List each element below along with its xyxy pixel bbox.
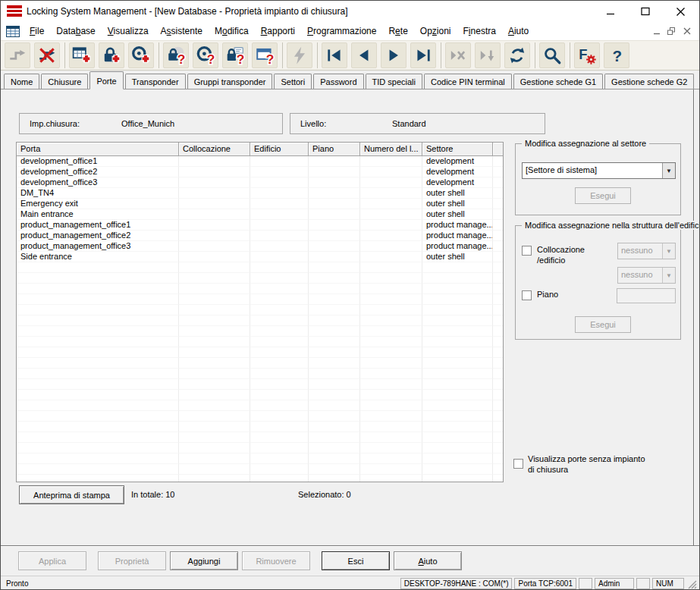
- cell-piano: [309, 400, 360, 411]
- tab-codice-pin-terminal[interactable]: Codice PIN terminal: [424, 74, 512, 89]
- sector-select[interactable]: [Settore di sistema] ▼: [522, 162, 676, 179]
- close-button[interactable]: [663, 1, 698, 22]
- menu-file[interactable]: File: [24, 24, 50, 39]
- table-row[interactable]: development_office2development: [17, 167, 503, 177]
- location-building-checkbox[interactable]: [522, 246, 532, 256]
- table-row[interactable]: development_office1development: [17, 156, 503, 167]
- table-row[interactable]: development_office3development: [17, 177, 503, 188]
- cell-piano: [309, 252, 360, 262]
- chevron-down-icon[interactable]: ▼: [662, 163, 675, 178]
- toolbar-search-button[interactable]: [539, 42, 565, 68]
- column-header-filler: [493, 143, 503, 156]
- floor-checkbox[interactable]: [522, 290, 532, 300]
- cell-edificio: [250, 453, 309, 464]
- tab-porte[interactable]: Porte: [89, 71, 123, 89]
- cell-filler: [493, 443, 503, 453]
- column-header-piano[interactable]: Piano: [309, 143, 360, 156]
- toolbar-new-locking-system-button[interactable]: [69, 42, 95, 68]
- toolbar-previous-record-button[interactable]: [351, 42, 377, 68]
- building-assignment-group: Modifica assegnazione nella struttura de…: [515, 225, 681, 340]
- tab-chiusure[interactable]: Chiusure: [41, 74, 88, 89]
- tab-transponder[interactable]: Transponder: [125, 74, 186, 89]
- mdi-restore-button[interactable]: [665, 26, 678, 37]
- resize-grip[interactable]: [686, 578, 698, 590]
- column-header-numero-del-l[interactable]: Numero del l...: [360, 143, 422, 156]
- menu-aiuto[interactable]: Aiuto: [502, 24, 535, 39]
- toolbar-filter-settings-button[interactable]: F: [574, 42, 600, 68]
- cell-edificio: [250, 326, 309, 337]
- search-icon: [542, 46, 562, 65]
- tab-settori[interactable]: Settori: [274, 74, 312, 89]
- exit-button[interactable]: Esci: [322, 551, 390, 570]
- menu-visualizza[interactable]: Visualizza: [102, 24, 155, 39]
- help-button[interactable]: Aiuto: [394, 551, 462, 570]
- menu-rapporti[interactable]: Rapporti: [255, 24, 301, 39]
- cell-filler: [493, 305, 503, 315]
- cell-settore: [422, 411, 493, 422]
- table-row[interactable]: Side entranceouter shell: [17, 252, 503, 262]
- tab-password[interactable]: Password: [313, 74, 363, 89]
- menu-database[interactable]: Database: [50, 24, 101, 39]
- menu-rete[interactable]: Rete: [382, 24, 413, 39]
- level-value: Standard: [392, 119, 426, 128]
- toolbar-read-lock-g2-button[interactable]: ?: [222, 42, 248, 68]
- table-row[interactable]: DM_TN4outer shell: [17, 188, 503, 199]
- toolbar-new-lock-button[interactable]: [99, 42, 124, 68]
- cell-filler: [493, 390, 503, 400]
- column-header-porta[interactable]: Porta: [17, 143, 179, 156]
- menu-assistente[interactable]: Assistente: [155, 24, 209, 39]
- cell-settore: development: [422, 167, 493, 177]
- toolbar-last-record-button[interactable]: [410, 42, 436, 68]
- menu-modifica[interactable]: Modifica: [209, 24, 255, 39]
- cell-piano: [309, 453, 360, 464]
- menu-programmazione[interactable]: Programmazione: [301, 24, 382, 39]
- cell-collocazione: [179, 167, 250, 177]
- table-empty-row: [17, 305, 503, 315]
- cell-porta: [17, 273, 179, 284]
- toolbar-read-transponder-button[interactable]: ?: [193, 42, 218, 68]
- toolbar-read-network-button[interactable]: ?: [252, 42, 278, 68]
- cell-numero-del-l: [360, 464, 422, 475]
- show-doors-label-line1: Visualizza porte senza impianto: [528, 454, 645, 463]
- toolbar-next-record-button[interactable]: [381, 42, 407, 68]
- cell-numero-del-l: [360, 453, 422, 464]
- tab-gruppi-transponder[interactable]: Gruppi transponder: [187, 74, 273, 89]
- table-row[interactable]: product_management_office3product manage…: [17, 241, 503, 252]
- menu-opzioni[interactable]: Opzioni: [414, 24, 457, 39]
- mdi-close-button[interactable]: [680, 26, 693, 37]
- title-bar[interactable]: Locking System Management - [New Databas…: [1, 1, 699, 22]
- table-row[interactable]: Emergency exitouter shell: [17, 199, 503, 209]
- cell-numero-del-l: [360, 475, 422, 482]
- tab-gestione-schede-g1[interactable]: Gestione schede G1: [513, 74, 603, 89]
- table-row[interactable]: Main entranceouter shell: [17, 209, 503, 220]
- toolbar-new-transponder-button[interactable]: [128, 42, 154, 68]
- column-header-settore[interactable]: Settore: [422, 143, 493, 156]
- sector-group-title: Modifica assegnazione al settore: [522, 139, 649, 148]
- toolbar-help-button[interactable]: ?: [604, 42, 629, 68]
- maximize-button[interactable]: [628, 1, 663, 22]
- tab-tid-speciali[interactable]: TID speciali: [366, 74, 422, 89]
- svg-text:?: ?: [207, 52, 215, 65]
- print-preview-button[interactable]: Anteprima di stampa: [19, 485, 124, 504]
- tab-gestione-schede-g2[interactable]: Gestione schede G2: [604, 74, 694, 89]
- locking-system-value: Office_Munich: [121, 119, 174, 128]
- table-row[interactable]: product_management_office2product manage…: [17, 231, 503, 241]
- tab-nome[interactable]: Nome: [4, 74, 39, 89]
- minimize-button[interactable]: [593, 1, 628, 22]
- toolbar-refresh-button[interactable]: [504, 42, 530, 68]
- mdi-minimize-button[interactable]: [650, 26, 663, 37]
- toolbar-read-lock-button[interactable]: ?: [163, 42, 189, 68]
- show-doors-without-system-checkbox[interactable]: [513, 459, 523, 469]
- cell-numero-del-l: [360, 231, 422, 241]
- cell-collocazione: [179, 432, 250, 443]
- toolbar-disconnect-button[interactable]: [34, 42, 60, 68]
- cell-porta: [17, 305, 179, 315]
- column-header-edificio[interactable]: Edificio: [250, 143, 309, 156]
- table-row[interactable]: product_management_office1product manage…: [17, 220, 503, 231]
- menu-finestra[interactable]: Finestra: [457, 24, 502, 39]
- read-transponder-icon: ?: [196, 46, 215, 65]
- column-header-collocazione[interactable]: Collocazione: [179, 143, 250, 156]
- toolbar-first-record-button[interactable]: [322, 42, 347, 68]
- cell-collocazione: [179, 315, 250, 326]
- add-button[interactable]: Aggiungi: [170, 551, 238, 570]
